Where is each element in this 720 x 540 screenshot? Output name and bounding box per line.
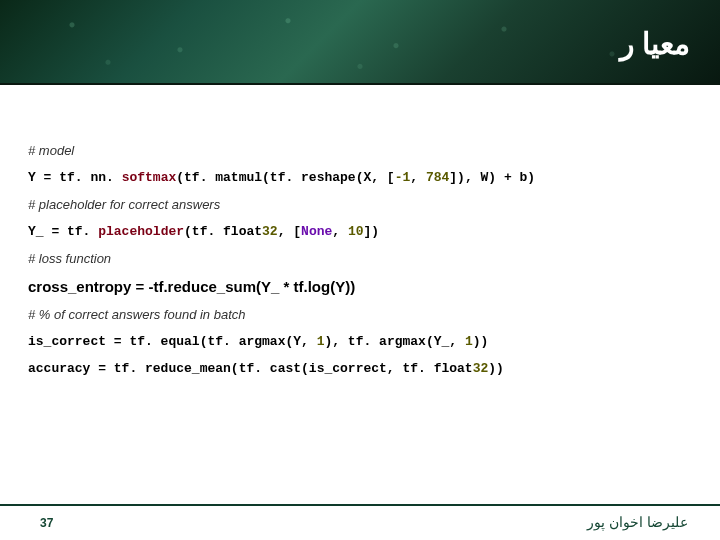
code-text: ,: [332, 224, 348, 239]
code-text: )): [473, 334, 489, 349]
code-text: ), tf. argmax(Y_,: [324, 334, 464, 349]
code-text: (tf. float: [184, 224, 262, 239]
code-text: (tf. matmul(tf. reshape(X, [: [176, 170, 394, 185]
slide-footer: 37 ﻋﻠﯿﺮﺿﺎ ﺍﺧﻮﺍﻥ ﭘﻮﺭ: [0, 506, 720, 540]
code-number: 32: [262, 224, 278, 239]
code-number: -1: [395, 170, 411, 185]
comment-model: # model: [28, 143, 692, 158]
code-none: None: [301, 224, 332, 239]
code-number: 32: [473, 361, 489, 376]
code-line-cross-entropy: cross_entropy = -tf.reduce_sum(Y_ * tf.l…: [28, 278, 692, 295]
code-text: accuracy = tf. reduce_mean(tf. cast(is_c…: [28, 361, 473, 376]
code-keyword: softmax: [122, 170, 177, 185]
code-text: ,: [410, 170, 426, 185]
comment-placeholder: # placeholder for correct answers: [28, 197, 692, 212]
code-text: is_correct = tf. equal(tf. argmax(Y,: [28, 334, 317, 349]
code-number: 1: [465, 334, 473, 349]
code-keyword: placeholder: [98, 224, 184, 239]
code-text: , [: [278, 224, 301, 239]
code-line-placeholder: Y_ = tf. placeholder(tf. float32, [None,…: [28, 224, 692, 239]
code-line-softmax: Y = tf. nn. softmax(tf. matmul(tf. resha…: [28, 170, 692, 185]
comment-loss: # loss function: [28, 251, 692, 266]
author-name: ﻋﻠﯿﺮﺿﺎ ﺍﺧﻮﺍﻥ ﭘﻮﺭ: [587, 514, 688, 530]
code-text: ]): [364, 224, 380, 239]
code-text: )): [488, 361, 504, 376]
slide-content: # model Y = tf. nn. softmax(tf. matmul(t…: [0, 85, 720, 376]
code-text: ]), W) + b): [449, 170, 535, 185]
comment-accuracy: # % of correct answers found in batch: [28, 307, 692, 322]
slide-title: ﻣﻌﯿﺎ ﺭ: [620, 26, 690, 61]
slide-header: ﻣﻌﯿﺎ ﺭ: [0, 0, 720, 85]
code-text: Y_ = tf.: [28, 224, 98, 239]
code-text: Y = tf. nn.: [28, 170, 122, 185]
code-line-iscorrect: is_correct = tf. equal(tf. argmax(Y, 1),…: [28, 334, 692, 349]
code-line-accuracy: accuracy = tf. reduce_mean(tf. cast(is_c…: [28, 361, 692, 376]
code-number: 10: [348, 224, 364, 239]
slide-number: 37: [40, 516, 53, 530]
code-number: 784: [426, 170, 449, 185]
